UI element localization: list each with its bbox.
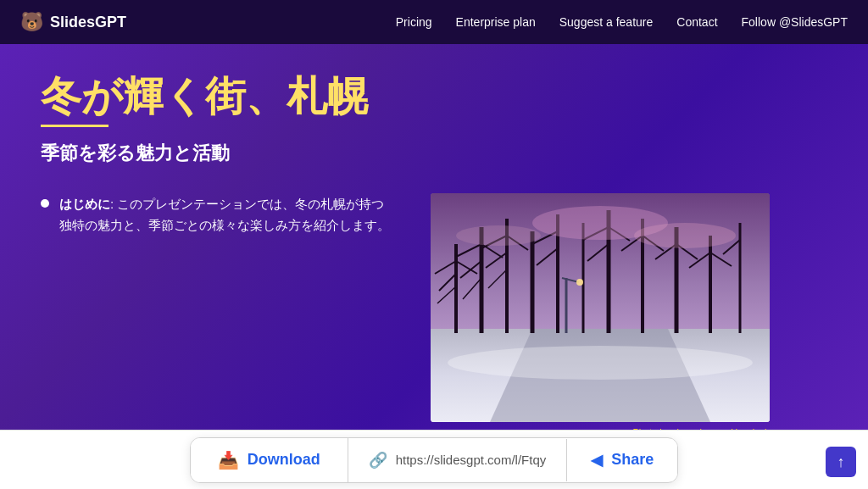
bullet-label: はじめに xyxy=(59,197,110,211)
snow-scene xyxy=(431,193,770,422)
slide-area: 冬が輝く街、札幌 季節を彩る魅力と活動 はじめに: このプレゼンテーションでは、… xyxy=(0,44,868,430)
slide-title: 冬が輝く街、札幌 xyxy=(41,75,827,119)
svg-point-41 xyxy=(576,279,583,286)
nav-enterprise[interactable]: Enterprise plan xyxy=(456,15,536,29)
svg-point-43 xyxy=(634,223,736,248)
logo-text: SlidesGPT xyxy=(50,14,126,31)
bullet-item: はじめに: このプレゼンテーションでは、冬の札幌が持つ独特の魅力と、季節ごとの様… xyxy=(41,193,397,236)
download-button[interactable]: 📥 Download xyxy=(191,438,348,482)
download-icon: 📥 xyxy=(218,450,239,470)
download-label: Download xyxy=(248,451,320,469)
url-section: 🔗 https://slidesgpt.com/l/Ftqy xyxy=(348,439,568,481)
bottom-actions: 📥 Download 🔗 https://slidesgpt.com/l/Ftq… xyxy=(190,437,679,483)
link-icon: 🔗 xyxy=(369,451,387,470)
slide-image-area: Photo by zhao chen on Unsplash xyxy=(431,193,770,430)
share-icon: ◀ xyxy=(591,451,603,470)
svg-point-44 xyxy=(456,225,541,246)
slide-content: はじめに: このプレゼンテーションでは、冬の札幌が持つ独特の魅力と、季節ごとの様… xyxy=(41,193,827,430)
slide-text: はじめに: このプレゼンテーションでは、冬の札幌が持つ独特の魅力と、季節ごとの様… xyxy=(41,193,397,236)
bottom-bar: 📥 Download 🔗 https://slidesgpt.com/l/Ftq… xyxy=(0,430,868,489)
nav-twitter[interactable]: Follow @SlidesGPT xyxy=(742,15,848,29)
logo-emoji: 🐻 xyxy=(20,11,43,33)
svg-point-38 xyxy=(448,346,753,380)
arrow-up-icon: ↑ xyxy=(837,453,845,471)
bullet-dot xyxy=(41,199,49,208)
navbar: 🐻 SlidesGPT Pricing Enterprise plan Sugg… xyxy=(0,0,868,44)
nav-suggest[interactable]: Suggest a feature xyxy=(559,15,654,29)
scroll-top-button[interactable]: ↑ xyxy=(826,447,856,477)
slide-title-underline xyxy=(41,125,108,127)
nav-contact[interactable]: Contact xyxy=(676,15,717,29)
share-label: Share xyxy=(611,451,654,469)
share-button[interactable]: ◀ Share xyxy=(567,439,677,481)
url-text: https://slidesgpt.com/l/Ftqy xyxy=(396,453,547,467)
scene-svg xyxy=(431,193,770,422)
navbar-nav: Pricing Enterprise plan Suggest a featur… xyxy=(396,15,848,29)
bullet-text: はじめに: このプレゼンテーションでは、冬の札幌が持つ独特の魅力と、季節ごとの様… xyxy=(59,193,397,236)
logo-link[interactable]: 🐻 SlidesGPT xyxy=(20,11,126,33)
slide-image xyxy=(431,193,770,422)
slide-subtitle: 季節を彩る魅力と活動 xyxy=(41,141,827,166)
nav-pricing[interactable]: Pricing xyxy=(396,15,432,29)
